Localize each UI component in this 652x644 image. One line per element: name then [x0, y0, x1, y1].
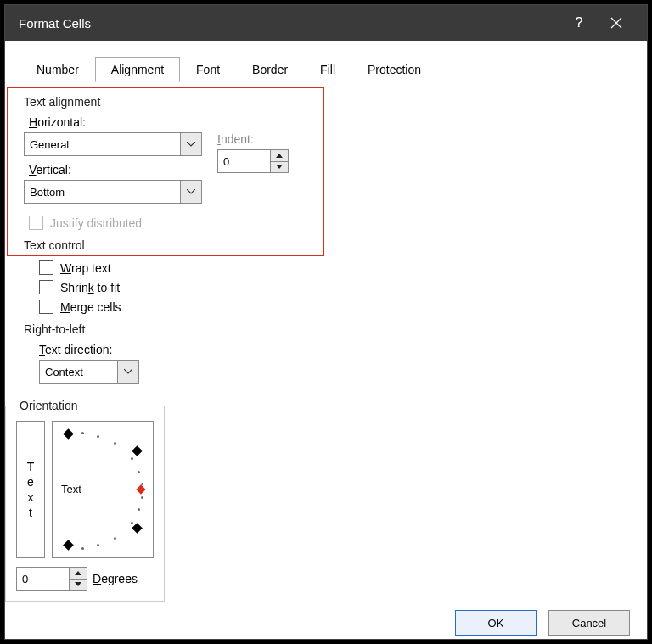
cancel-button[interactable]: Cancel: [548, 610, 630, 636]
dialog-title: Format Cells: [19, 16, 560, 31]
indent-label: Indent:: [217, 132, 319, 146]
orientation-legend: Orientation: [16, 399, 81, 412]
tab-border[interactable]: Border: [236, 57, 304, 82]
shrink-checkbox[interactable]: [39, 280, 53, 294]
tab-content: Text alignment Horizontal: General Verti…: [5, 81, 647, 598]
justify-distributed-label: Justify distributed: [50, 216, 142, 230]
tab-font[interactable]: Font: [180, 57, 236, 82]
tab-fill[interactable]: Fill: [304, 57, 351, 82]
tab-number[interactable]: Number: [20, 57, 95, 82]
indent-down-button[interactable]: [271, 162, 288, 173]
vertical-value: Bottom: [24, 180, 183, 204]
dialog-footer: OK Cancel: [5, 598, 647, 644]
text-direction-combo[interactable]: Context: [39, 360, 139, 384]
justify-distributed-checkbox: [29, 216, 43, 230]
degrees-label: Degrees: [93, 572, 138, 585]
orientation-dial[interactable]: Text: [52, 421, 154, 558]
orientation-vertical-button[interactable]: T e x t: [16, 421, 45, 558]
wrap-text-label: Wrap text: [60, 261, 111, 275]
horizontal-combo-button[interactable]: [180, 132, 202, 156]
triangle-up-icon: [75, 571, 82, 575]
text-direction-combo-button[interactable]: [117, 360, 139, 384]
horizontal-combo[interactable]: General: [24, 132, 202, 156]
ok-button[interactable]: OK: [455, 610, 537, 636]
horizontal-value: General: [24, 132, 183, 156]
orientation-group: Orientation T e x t: [5, 399, 165, 602]
tab-protection[interactable]: Protection: [351, 57, 437, 82]
indent-spinner[interactable]: [217, 149, 319, 173]
wrap-text-row[interactable]: Wrap text: [39, 260, 326, 275]
format-cells-dialog: Format Cells ? Number Alignment Font Bor…: [5, 5, 647, 639]
degrees-spinner[interactable]: [16, 567, 87, 591]
tab-bar: Number Alignment Font Border Fill Protec…: [5, 41, 647, 81]
degrees-up-button[interactable]: [70, 568, 87, 580]
indent-up-button[interactable]: [271, 150, 288, 162]
text-direction-label: Text direction:: [39, 343, 326, 356]
chevron-down-icon: [187, 189, 195, 194]
close-button[interactable]: [598, 5, 635, 41]
merge-checkbox[interactable]: [39, 300, 53, 314]
triangle-down-icon: [276, 165, 283, 169]
tab-alignment[interactable]: Alignment: [95, 57, 180, 82]
vertical-combo[interactable]: Bottom: [24, 180, 202, 204]
rtl-group: Right-to-left Text direction: Context: [24, 322, 326, 387]
titlebar: Format Cells ?: [5, 5, 647, 41]
dial-handle[interactable]: [136, 484, 145, 494]
rtl-legend: Right-to-left: [24, 322, 85, 336]
text-alignment-legend: Text alignment: [24, 95, 100, 109]
merge-label: Merge cells: [60, 300, 121, 314]
close-icon: [610, 17, 622, 29]
vertical-label: Vertical:: [29, 163, 202, 176]
vertical-combo-button[interactable]: [180, 180, 202, 204]
triangle-down-icon: [75, 582, 82, 586]
shrink-row[interactable]: Shrink to fit: [39, 280, 326, 294]
help-button[interactable]: ?: [560, 5, 598, 41]
chevron-down-icon: [124, 369, 132, 374]
merge-row[interactable]: Merge cells: [39, 300, 326, 314]
justify-distributed-row: Justify distributed: [29, 216, 202, 230]
wrap-text-checkbox[interactable]: [39, 260, 53, 275]
text-control-group: Text control Wrap text Shrink to fit Mer…: [24, 238, 326, 322]
shrink-label: Shrink to fit: [60, 281, 120, 294]
triangle-up-icon: [276, 154, 283, 158]
text-alignment-group: Text alignment Horizontal: General Verti…: [24, 95, 326, 238]
degrees-down-button[interactable]: [70, 580, 87, 591]
degrees-input[interactable]: [16, 567, 69, 591]
dial-text-label: Text: [61, 483, 82, 496]
chevron-down-icon: [187, 142, 195, 147]
horizontal-label: Horizontal:: [29, 115, 202, 129]
indent-input[interactable]: [217, 149, 270, 173]
text-control-legend: Text control: [24, 238, 85, 252]
